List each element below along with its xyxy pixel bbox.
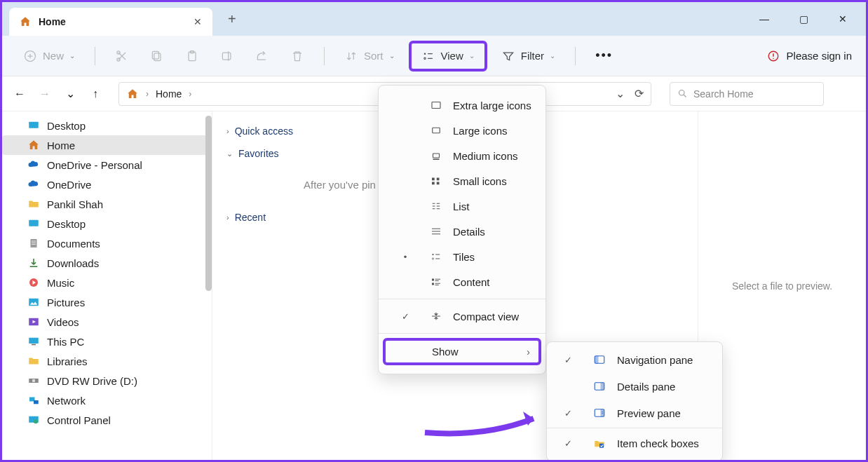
cloud-icon (27, 178, 40, 191)
chevron-right-icon: › (527, 346, 530, 358)
sidebar-item-user-folder[interactable]: Pankil Shah (2, 194, 212, 214)
rename-button[interactable] (213, 45, 241, 67)
view-button[interactable]: View ⌄ (414, 45, 482, 67)
sidebar-item-libraries[interactable]: Libraries (2, 351, 212, 371)
tab-close-button[interactable]: ✕ (193, 16, 203, 27)
sidebar-item-onedrive[interactable]: OneDrive (2, 175, 212, 194)
preview-pane-icon (592, 407, 607, 419)
scrollbar[interactable] (205, 116, 212, 291)
disc-icon (27, 374, 40, 387)
menu-item-extra-large-icons[interactable]: Extra large icons (379, 93, 545, 118)
menu-item-item-check-boxes[interactable]: ✓Item check boxes (547, 430, 722, 456)
sidebar-item-pictures[interactable]: Pictures (2, 292, 212, 312)
svg-point-35 (432, 254, 433, 255)
forward-button[interactable]: → (37, 86, 53, 102)
menu-item-medium-icons[interactable]: Medium icons (379, 143, 545, 168)
folder-icon (27, 198, 40, 210)
close-button[interactable]: ✕ (836, 13, 849, 25)
maximize-button[interactable]: ▢ (797, 13, 810, 25)
svg-rect-15 (31, 239, 37, 247)
paste-button[interactable] (178, 45, 206, 67)
menu-item-list[interactable]: List (379, 193, 545, 219)
download-icon (27, 257, 40, 269)
tab-title: Home (39, 16, 186, 27)
home-icon (27, 139, 40, 151)
menu-item-compact-view[interactable]: ✓Compact view (379, 304, 545, 329)
menu-item-show[interactable]: Show › (386, 341, 538, 362)
chevron-down-icon: ⌄ (226, 149, 233, 158)
menu-item-tiles[interactable]: •Tiles (379, 244, 545, 269)
delete-button[interactable] (283, 45, 311, 67)
chevron-down-icon: ⌄ (69, 52, 75, 60)
menu-item-large-icons[interactable]: Large icons (379, 118, 545, 143)
signin-button[interactable]: Please sign in (767, 50, 852, 62)
menu-separator (547, 428, 722, 428)
menu-item-preview-pane[interactable]: ✓Preview pane (547, 400, 722, 426)
svg-rect-28 (433, 128, 440, 133)
sidebar-item-network[interactable]: Network (2, 390, 212, 410)
filter-button[interactable]: Filter ⌄ (494, 45, 562, 67)
svg-point-11 (773, 57, 774, 59)
menu-item-small-icons[interactable]: Small icons (379, 168, 545, 193)
copy-icon (150, 49, 164, 63)
back-button[interactable]: ← (12, 86, 27, 102)
sidebar-item-music[interactable]: Music (2, 273, 212, 292)
chevron-right-icon: › (189, 89, 191, 99)
sidebar-item-downloads[interactable]: Downloads (2, 253, 212, 273)
trash-icon (290, 49, 304, 63)
chevron-down-icon: ⌄ (389, 52, 395, 60)
svg-rect-4 (152, 51, 158, 59)
recent-locations-button[interactable]: ⌄ (62, 86, 78, 102)
sidebar-item-desktop[interactable]: Desktop (2, 116, 212, 135)
minimize-button[interactable]: — (758, 13, 771, 25)
sidebar-item-onedrive-personal[interactable]: OneDrive - Personal (2, 155, 212, 175)
menu-item-navigation-pane[interactable]: ✓Navigation pane (547, 346, 722, 373)
sidebar-item-this-pc[interactable]: This PC (2, 332, 212, 351)
search-input[interactable]: Search Home (670, 82, 824, 106)
sidebar-item-documents[interactable]: Documents (2, 233, 212, 253)
share-icon (255, 49, 269, 63)
new-button[interactable]: New ⌄ (16, 45, 82, 67)
menu-item-content[interactable]: Content (379, 269, 545, 294)
up-button[interactable]: ↑ (88, 86, 103, 102)
navigation-pane: Desktop Home OneDrive - Personal OneDriv… (2, 111, 212, 460)
chevron-down-icon: ⌄ (550, 52, 555, 60)
refresh-button[interactable]: ⟳ (635, 87, 644, 100)
svg-rect-13 (29, 122, 39, 128)
tab-home[interactable]: Home ✕ (9, 8, 212, 36)
cut-button[interactable] (108, 45, 136, 67)
sidebar-item-control-panel[interactable]: Control Panel (2, 410, 212, 430)
scissors-icon (115, 49, 129, 63)
menu-item-details[interactable]: Details (379, 219, 545, 244)
svg-rect-44 (601, 409, 604, 417)
sidebar-item-home[interactable]: Home (2, 135, 212, 155)
breadcrumb-home[interactable]: Home (156, 88, 182, 100)
svg-rect-20 (32, 344, 36, 346)
control-panel-icon (27, 414, 40, 426)
svg-rect-19 (29, 338, 39, 344)
svg-rect-32 (437, 178, 440, 181)
address-dropdown-button[interactable]: ⌄ (616, 87, 625, 100)
view-button-highlight: View ⌄ (409, 41, 487, 72)
more-button[interactable]: ••• (588, 44, 620, 67)
svg-rect-40 (595, 356, 598, 364)
svg-rect-42 (601, 383, 604, 390)
sort-label: Sort (364, 50, 384, 62)
content-icon (429, 276, 443, 288)
network-icon (27, 394, 40, 407)
menu-item-details-pane[interactable]: Details pane (547, 373, 722, 400)
sidebar-item-dvd-drive[interactable]: DVD RW Drive (D:) (2, 371, 212, 390)
checkbox-icon (592, 437, 607, 449)
details-pane-icon (592, 380, 607, 393)
svg-rect-34 (437, 182, 440, 185)
sidebar-item-desktop2[interactable]: Desktop (2, 214, 212, 233)
sidebar-item-videos[interactable]: Videos (2, 312, 212, 332)
desktop-icon (27, 217, 40, 230)
copy-button[interactable] (143, 45, 171, 67)
new-tab-button[interactable]: + (228, 11, 236, 27)
divider (95, 47, 95, 65)
share-button[interactable] (248, 45, 276, 67)
sort-button[interactable]: Sort ⌄ (337, 45, 402, 67)
view-icon (421, 49, 435, 63)
svg-point-26 (34, 419, 38, 423)
